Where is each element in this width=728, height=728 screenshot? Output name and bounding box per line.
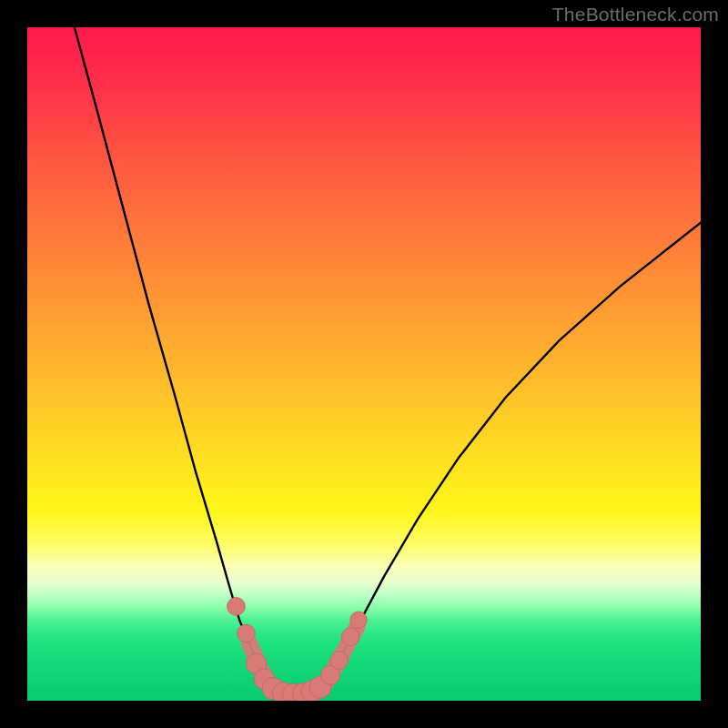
- data-marker: [238, 624, 256, 642]
- data-marker: [350, 612, 367, 628]
- curve-layer: [75, 27, 701, 695]
- watermark-text: TheBottleneck.com: [552, 4, 719, 25]
- data-marker: [341, 628, 359, 646]
- bottleneck-curve: [75, 27, 701, 695]
- data-marker: [330, 652, 349, 670]
- data-marker: [228, 598, 246, 616]
- chart-frame: TheBottleneck.com: [0, 0, 728, 728]
- chart-svg: [27, 27, 701, 701]
- plot-area: [27, 27, 701, 701]
- marker-layer: [228, 598, 368, 701]
